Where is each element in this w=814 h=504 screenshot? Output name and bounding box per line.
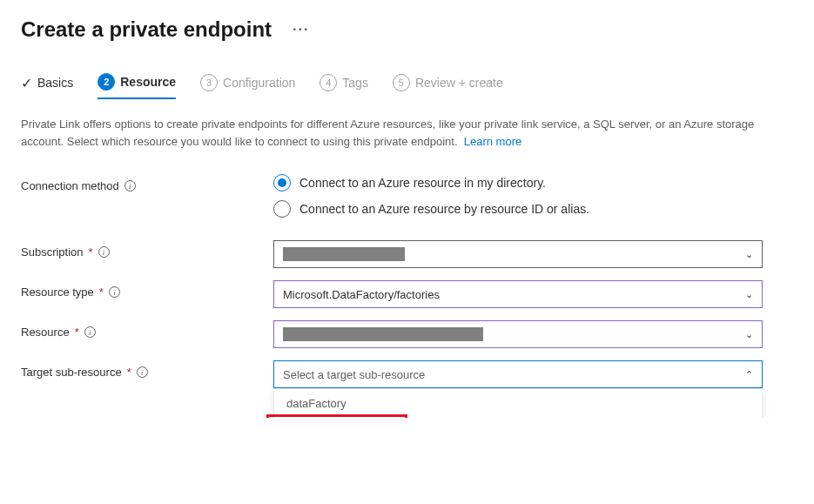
page-title: Create a private endpoint	[21, 17, 272, 42]
radio-label: Connect to an Azure resource by resource…	[299, 202, 589, 216]
check-icon: ✓	[21, 75, 32, 91]
connection-method-label: Connection method	[21, 179, 119, 192]
tab-label: Tags	[342, 76, 368, 90]
tab-label: Configuration	[223, 76, 295, 90]
tab-badge: 4	[320, 74, 337, 91]
tab-badge: 3	[200, 74, 218, 91]
resource-label: Resource	[21, 326, 70, 339]
resource-type-value: Microsoft.DataFactory/factories	[283, 288, 440, 301]
tab-tags[interactable]: 4 Tags	[320, 74, 368, 98]
tab-label: Review + create	[415, 76, 503, 90]
dropdown-list: dataFactory portal	[273, 388, 763, 418]
info-icon[interactable]: i	[84, 326, 96, 338]
description-text: Private Link offers options to create pr…	[21, 116, 761, 150]
select-placeholder: Select a target sub-resource	[283, 368, 425, 381]
info-icon[interactable]: i	[109, 286, 120, 298]
dropdown-item-datafactory[interactable]: dataFactory	[274, 389, 762, 418]
chevron-down-icon: ⌄	[745, 289, 753, 300]
tab-configuration[interactable]: 3 Configuration	[200, 74, 295, 98]
target-sub-resource-select[interactable]: Select a target sub-resource ⌃	[273, 360, 763, 388]
required-icon: *	[89, 245, 93, 259]
chevron-down-icon: ⌄	[745, 329, 753, 340]
wizard-tabs: ✓ Basics 2 Resource 3 Configuration 4 Ta…	[21, 73, 793, 100]
redacted-value	[283, 327, 483, 341]
tab-review[interactable]: 5 Review + create	[393, 74, 503, 98]
resource-type-label: Resource type	[21, 286, 94, 299]
tab-badge: 5	[393, 74, 410, 91]
required-icon: *	[99, 286, 104, 299]
info-icon[interactable]: i	[124, 180, 136, 192]
radio-label: Connect to an Azure resource in my direc…	[299, 176, 546, 190]
resource-type-select[interactable]: Microsoft.DataFactory/factories ⌄	[273, 280, 763, 308]
tab-badge: 2	[98, 73, 115, 91]
radio-connect-resource-id[interactable]: Connect to an Azure resource by resource…	[273, 200, 763, 218]
tab-resource[interactable]: 2 Resource	[98, 73, 176, 99]
target-sub-resource-label: Target sub-resource	[21, 366, 122, 379]
more-icon[interactable]: ···	[293, 22, 309, 37]
required-icon: *	[75, 326, 79, 339]
subscription-select[interactable]: ⌄	[273, 240, 763, 268]
info-icon[interactable]: i	[98, 246, 110, 258]
learn-more-link[interactable]: Learn more	[464, 135, 521, 148]
tab-label: Resource	[120, 75, 176, 89]
subscription-label: Subscription	[21, 245, 84, 259]
chevron-down-icon: ⌄	[745, 249, 753, 260]
radio-icon	[273, 200, 291, 218]
radio-icon	[273, 174, 291, 192]
resource-select[interactable]: ⌄	[273, 320, 763, 348]
info-icon[interactable]: i	[137, 366, 148, 378]
required-icon: *	[127, 366, 131, 379]
radio-connect-directory[interactable]: Connect to an Azure resource in my direc…	[273, 174, 763, 192]
tab-label: Basics	[37, 76, 73, 90]
redacted-value	[283, 247, 405, 261]
chevron-up-icon: ⌃	[745, 369, 753, 380]
tab-basics[interactable]: ✓ Basics	[21, 75, 73, 98]
